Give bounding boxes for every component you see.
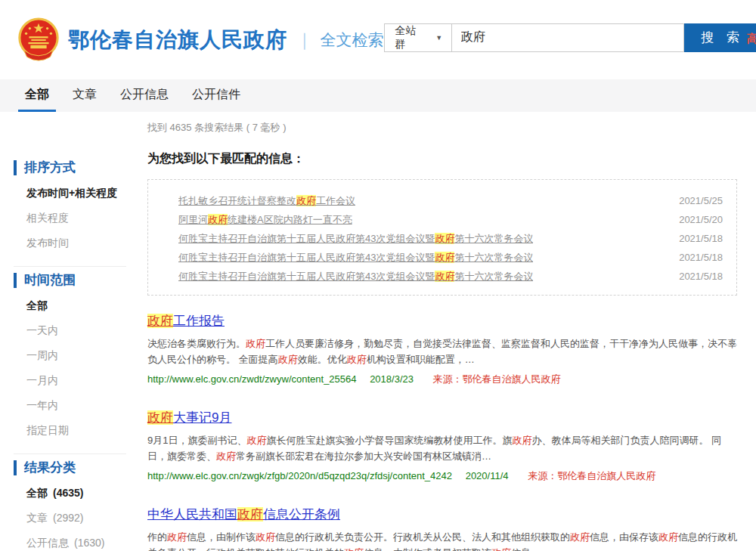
best-match-box: 托扎敏乡召开统计督察整改政府工作会议 2021/5/25 阿里河政府统建楼A区院… bbox=[147, 179, 737, 296]
best-match-date: 2021/5/18 bbox=[679, 271, 723, 282]
best-match-row: 托扎敏乡召开统计督察整改政府工作会议 2021/5/25 bbox=[178, 191, 723, 210]
sidebar-item-label: 发布时间+相关程度 bbox=[26, 187, 117, 199]
sidebar-item-label: 公开信息 bbox=[26, 537, 69, 549]
sidebar-section-title-text: 时间范围 bbox=[24, 271, 76, 289]
best-match-date: 2021/5/25 bbox=[679, 195, 723, 206]
tab[interactable]: 文章 bbox=[66, 79, 104, 112]
page: 鄂伦春自治旗人民政府 ｜ 全文检索 全站群 ▼ 搜 索 高 全部 文章 公开信息 bbox=[0, 0, 756, 551]
sidebar-item-count: (1630) bbox=[74, 537, 104, 549]
sidebar-section-title-text: 排序方式 bbox=[24, 159, 76, 176]
best-match-date: 2021/5/18 bbox=[679, 252, 723, 263]
sidebar-item-label: 相关程度 bbox=[26, 212, 69, 224]
best-match-link[interactable]: 何胜宝主持召开自治旗第十五届人民政府第43次党组会议暨政府第十六次常务会议 bbox=[178, 270, 533, 283]
result-source-label: 来源： bbox=[433, 373, 463, 385]
tab[interactable]: 公开信息 bbox=[113, 79, 175, 112]
sidebar-item-label: 指定日期 bbox=[26, 424, 69, 436]
sidebar-item[interactable]: 文章(2992) bbox=[14, 506, 126, 531]
best-match-heading: 为您找到以下最匹配的信息： bbox=[147, 151, 737, 167]
best-match-date: 2021/5/20 bbox=[679, 214, 723, 225]
results-info: 找到 4635 条搜索结果 ( 7 毫秒 ) bbox=[147, 121, 737, 135]
search-scope-label: 全站群 bbox=[395, 24, 426, 51]
best-match-link[interactable]: 阿里河政府统建楼A区院内路灯一直不亮 bbox=[178, 213, 352, 227]
tab[interactable]: 公开信件 bbox=[185, 79, 247, 112]
best-match-row: 何胜宝主持召开自治旗第十五届人民政府第43次党组会议暨政府第十六次常务会议 20… bbox=[178, 248, 723, 267]
result-meta: http://www.elc.gov.cn/zwdt/zwyw/content_… bbox=[147, 373, 737, 386]
result-source: 来源：鄂伦春自治旗人民政府 bbox=[433, 373, 561, 385]
sidebar-item[interactable]: 发布时间+相关程度 bbox=[14, 181, 126, 206]
tab-label: 公开信件 bbox=[192, 87, 240, 103]
result-title-link[interactable]: 中华人民共和国政府信息公开条例 bbox=[147, 506, 340, 523]
best-match-row: 何胜宝主持召开自治旗第十五届人民政府第43次党组会议暨政府第十六次常务会议 20… bbox=[178, 229, 723, 248]
tab-label: 全部 bbox=[25, 87, 49, 103]
sidebar-item[interactable]: 发布时间 bbox=[14, 231, 126, 255]
result-meta: http://www.elc.gov.cn/zwgk/zfgb/2020n/d5… bbox=[147, 469, 737, 483]
sidebar-item-label: 文章 bbox=[26, 512, 48, 524]
result-title-link[interactable]: 政府大事记9月 bbox=[147, 409, 231, 426]
tab[interactable]: 全部 bbox=[18, 79, 56, 112]
result-snippet: 决惩治各类腐败行为。政府工作人员要廉洁修身，勤勉尽责，自觉接受法律监督、监察监督… bbox=[147, 336, 737, 367]
sidebar-item[interactable]: 全部 bbox=[14, 293, 126, 318]
national-emblem-logo bbox=[17, 17, 60, 63]
sidebar-item[interactable]: 一周内 bbox=[14, 343, 126, 368]
sidebar-section-title: 排序方式 bbox=[14, 159, 126, 176]
result-date: 2020/11/4 bbox=[466, 470, 509, 481]
result-snippet: 作的政府信息，由制作该政府信息的行政机关负责公开。行政机关从公民、法人和其他组织… bbox=[147, 529, 737, 551]
search-result: 政府大事记9月 9月1日，旗委副书记、政府旗长何胜宝赴旗实验小学督导国家统编教材… bbox=[147, 409, 737, 483]
best-match-link[interactable]: 托扎敏乡召开统计督察整改政府工作会议 bbox=[178, 194, 355, 208]
result-source-name: 鄂伦春自治旗人民政府 bbox=[557, 470, 655, 481]
chevron-down-icon: ▼ bbox=[435, 34, 442, 42]
result-source: 来源：鄂伦春自治旗人民政府 bbox=[528, 470, 655, 481]
sidebar-item-count: (4635) bbox=[53, 487, 83, 499]
result-url: http://www.elc.gov.cn/zwgk/zfgb/2020n/d5… bbox=[147, 470, 452, 481]
best-match-date: 2021/5/18 bbox=[679, 233, 723, 244]
sidebar-item-label: 全部 bbox=[26, 487, 48, 499]
site-subtitle: 全文检索 bbox=[321, 29, 384, 51]
sidebar-item-label: 一年内 bbox=[26, 399, 58, 411]
best-match-row: 阿里河政府统建楼A区院内路灯一直不亮 2021/5/20 bbox=[178, 210, 723, 229]
search-input[interactable] bbox=[452, 23, 684, 52]
accent-bar bbox=[14, 273, 17, 288]
result-title-link[interactable]: 政府工作报告 bbox=[147, 312, 225, 330]
tab-label: 文章 bbox=[73, 87, 97, 103]
site-title[interactable]: 鄂伦春自治旗人民政府 bbox=[68, 26, 287, 54]
sidebar-section-title: 结果分类 bbox=[14, 459, 126, 476]
sidebar-section-title: 时间范围 bbox=[14, 271, 126, 289]
best-match-link[interactable]: 何胜宝主持召开自治旗第十五届人民政府第43次党组会议暨政府第十六次常务会议 bbox=[178, 232, 533, 246]
sidebar-item[interactable]: 公开信息(1630) bbox=[14, 531, 126, 551]
sidebar-item-count: (2992) bbox=[53, 512, 83, 524]
result-snippet: 9月1日，旗委副书记、政府旗长何胜宝赴旗实验小学督导国家统编教材使用工作。旗政府… bbox=[147, 432, 737, 464]
best-match-link[interactable]: 何胜宝主持召开自治旗第十五届人民政府第43次党组会议暨政府第十六次常务会议 bbox=[178, 251, 533, 265]
advanced-search-link[interactable]: 高 bbox=[747, 32, 756, 46]
tab-label: 公开信息 bbox=[120, 87, 169, 103]
result-source-name: 鄂伦春自治旗人民政府 bbox=[463, 373, 561, 385]
search-bar: 全站群 ▼ 搜 索 bbox=[384, 23, 756, 52]
sidebar-item[interactable]: 指定日期 bbox=[14, 418, 126, 443]
sidebar-item[interactable]: 一天内 bbox=[14, 318, 126, 343]
header: 鄂伦春自治旗人民政府 ｜ 全文检索 全站群 ▼ 搜 索 高 bbox=[0, 0, 756, 79]
sidebar-item[interactable]: 全部(4635) bbox=[14, 481, 126, 506]
best-match-row: 何胜宝主持召开自治旗第十五届人民政府第43次党组会议暨政府第十六次常务会议 20… bbox=[178, 267, 723, 286]
sidebar-item-label: 一天内 bbox=[26, 324, 58, 336]
sidebar-item-label: 一月内 bbox=[26, 374, 58, 386]
content: 排序方式 发布时间+相关程度 相关程度 发布时间 bbox=[0, 112, 756, 551]
sidebar-item[interactable]: 一月内 bbox=[14, 368, 126, 393]
sidebar-section-title-text: 结果分类 bbox=[24, 459, 76, 476]
sidebar-item-label: 发布时间 bbox=[26, 237, 69, 249]
result-type-tabs: 全部 文章 公开信息 公开信件 bbox=[0, 79, 756, 112]
result-source-label: 来源： bbox=[528, 470, 557, 481]
sidebar-item[interactable]: 一年内 bbox=[14, 393, 126, 418]
sidebar-item-label: 一周内 bbox=[26, 349, 58, 361]
result-url: http://www.elc.gov.cn/zwdt/zwyw/content_… bbox=[147, 373, 357, 385]
search-result: 政府工作报告 决惩治各类腐败行为。政府工作人员要廉洁修身，勤勉尽责，自觉接受法律… bbox=[147, 312, 737, 386]
accent-bar bbox=[14, 460, 17, 475]
search-scope-select[interactable]: 全站群 ▼ bbox=[384, 23, 453, 52]
sidebar-section-sort: 排序方式 发布时间+相关程度 相关程度 发布时间 bbox=[14, 159, 126, 267]
sidebar-section-result-category: 结果分类 全部(4635) 文章(2992) 公开信息(1630) bbox=[14, 459, 126, 551]
sidebar: 排序方式 发布时间+相关程度 相关程度 发布时间 bbox=[0, 112, 147, 551]
result-date: 2018/3/23 bbox=[370, 373, 414, 385]
sidebar-item-label: 全部 bbox=[26, 299, 48, 311]
main-results: 找到 4635 条搜索结果 ( 7 毫秒 ) 为您找到以下最匹配的信息： 托扎敏… bbox=[147, 112, 756, 551]
sidebar-item[interactable]: 相关程度 bbox=[14, 206, 126, 231]
title-divider: ｜ bbox=[296, 29, 313, 51]
search-button[interactable]: 搜 索 bbox=[684, 23, 756, 52]
